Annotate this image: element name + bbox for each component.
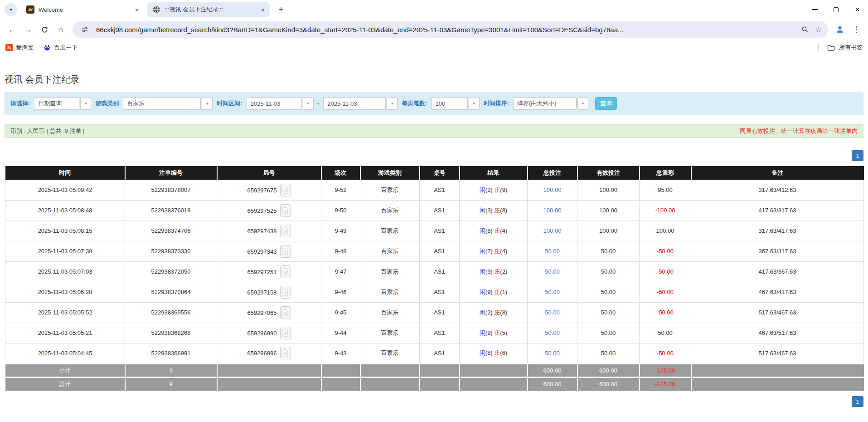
video-replay-button[interactable] <box>280 184 291 196</box>
cell-time: 2025-11-03 05:06:28 <box>5 282 125 302</box>
forward-icon: → <box>24 25 32 34</box>
video-replay-button[interactable] <box>280 265 291 278</box>
cell-result: 闲(9) 庄(2) <box>460 261 528 282</box>
footer-valid-bet: 600.00 <box>577 377 640 391</box>
query-type-select[interactable]: 日期查询 ▼ <box>34 97 91 110</box>
table-footer-row: 小计9600.00600.00-105.00 <box>5 363 864 377</box>
combo-arrow-button[interactable]: ▼ <box>577 97 588 110</box>
cell-payout: -100.00 <box>640 200 691 221</box>
window-maximize-button[interactable] <box>825 0 847 19</box>
bookmark-baidu[interactable]: 百度一下 <box>44 44 78 52</box>
video-replay-button[interactable] <box>280 286 291 299</box>
cell-table-no: AS1 <box>420 221 460 241</box>
tab-close-button[interactable]: × <box>132 5 141 14</box>
site-info-button[interactable] <box>78 23 92 36</box>
combo-arrow-button[interactable]: ▼ <box>202 97 213 110</box>
round-id-text: 659297065 <box>247 309 276 316</box>
sort-select[interactable]: 降幂(由大到小) ▼ <box>513 97 588 110</box>
window-minimize-button[interactable] <box>804 0 825 19</box>
page-button[interactable]: 1 <box>852 396 863 407</box>
footer-label: 小计 <box>5 363 125 377</box>
new-tab-button[interactable]: + <box>275 3 287 16</box>
total-bet-link[interactable]: 50.00 <box>545 289 560 295</box>
taobao-icon: 淘 <box>5 44 13 51</box>
cell-result: 闲(8) 庄(4) <box>460 221 528 241</box>
cell-round-id: 659296990 <box>217 323 321 343</box>
cell-table-no: AS1 <box>420 241 460 261</box>
tab-search-button[interactable]: ▾ <box>5 3 17 16</box>
cell-time: 2025-11-03 05:07:38 <box>5 241 125 261</box>
cell-bet-id: 522938369556 <box>125 302 217 323</box>
result-player-label: 闲 <box>480 207 485 214</box>
query-type-value[interactable]: 日期查询 <box>34 97 79 110</box>
cell-session: 9-46 <box>321 282 360 302</box>
combo-arrow-button[interactable]: ▼ <box>303 97 314 110</box>
video-replay-button[interactable] <box>280 347 291 359</box>
combo-arrow-button[interactable]: ▼ <box>469 97 480 110</box>
result-banker-value: (4) <box>500 248 507 255</box>
video-file-icon <box>282 227 288 235</box>
game-type-value[interactable]: 百家乐 <box>123 97 201 110</box>
search-button[interactable]: 查询 <box>595 97 617 110</box>
total-bet-link[interactable]: 50.00 <box>545 350 560 357</box>
game-type-select[interactable]: 百家乐 ▼ <box>123 97 213 110</box>
cell-round-id: 659297438 <box>217 221 321 241</box>
address-bar[interactable]: 66cxkj98.com/game/betrecord_search/kind3… <box>73 21 828 38</box>
cell-time: 2025-11-03 05:05:52 <box>5 302 125 323</box>
home-button[interactable]: ⌂ <box>53 21 69 38</box>
page-button[interactable]: 1 <box>852 150 863 161</box>
zoom-button[interactable] <box>798 23 812 36</box>
video-replay-button[interactable] <box>280 245 291 258</box>
date-start-value[interactable]: 2025-11-03 <box>247 97 302 110</box>
kebab-menu-icon <box>856 26 857 33</box>
cell-payout: -50.00 <box>640 343 691 363</box>
total-bet-link[interactable]: 50.00 <box>545 309 560 316</box>
reload-button[interactable] <box>36 21 53 38</box>
menu-button[interactable] <box>848 21 864 38</box>
all-bookmarks-button[interactable]: 所有书签 <box>818 44 863 52</box>
date-end-value[interactable]: 2025-11-03 <box>323 97 386 110</box>
profile-button[interactable] <box>832 21 848 38</box>
video-replay-button[interactable] <box>280 306 291 319</box>
result-banker-value: (1) <box>500 289 507 295</box>
video-file-icon <box>282 268 288 275</box>
close-icon: × <box>261 6 265 14</box>
total-bet-link[interactable]: 50.00 <box>545 329 560 336</box>
tab-close-button[interactable]: × <box>258 5 267 14</box>
date-start-input[interactable]: 2025-11-03 ▼ <box>247 97 314 110</box>
video-replay-button[interactable] <box>280 204 291 217</box>
page-size-input[interactable]: 100 ▼ <box>432 97 480 110</box>
sort-value[interactable]: 降幂(由大到小) <box>513 97 577 110</box>
total-bet-link[interactable]: 100.00 <box>543 207 562 214</box>
tab-welcome[interactable]: Welcome × <box>21 2 144 17</box>
cell-table-no: AS1 <box>420 302 460 323</box>
total-bet-link[interactable]: 100.00 <box>543 186 562 193</box>
result-player-label: 闲 <box>480 289 485 295</box>
tab-bet-records[interactable]: :::视讯 会员下注纪录::: × <box>147 2 270 17</box>
back-button[interactable]: ← <box>4 21 20 38</box>
column-header: 时间 <box>5 166 125 180</box>
cell-payout: -50.00 <box>640 282 691 302</box>
combo-arrow-button[interactable]: ▼ <box>387 97 398 110</box>
url-text[interactable]: 66cxkj98.com/game/betrecord_search/kind3… <box>96 26 798 34</box>
tab-title: :::视讯 会员下注纪录::: <box>165 5 258 14</box>
column-header: 有效投注 <box>577 166 640 180</box>
cell-game-type: 百家乐 <box>360 282 420 302</box>
cell-valid-bet: 100.00 <box>577 180 640 200</box>
window-close-button[interactable]: × <box>847 0 868 19</box>
video-replay-button[interactable] <box>280 327 291 339</box>
bookmark-star-button[interactable]: ☆ <box>812 23 825 36</box>
page-size-value[interactable]: 100 <box>432 97 468 110</box>
total-bet-link[interactable]: 50.00 <box>545 248 560 255</box>
date-end-input[interactable]: 2025-11-03 ▼ <box>323 97 398 110</box>
total-bet-link[interactable]: 100.00 <box>543 227 562 234</box>
cell-result: 闲(3) 庄(8) <box>460 200 528 221</box>
video-replay-button[interactable] <box>280 225 291 237</box>
combo-arrow-button[interactable]: ▼ <box>80 97 91 110</box>
cell-payout: 100.00 <box>640 221 691 241</box>
total-bet-link[interactable]: 50.00 <box>545 268 560 275</box>
bookmark-taobao[interactable]: 淘 爱淘宝 <box>5 44 34 52</box>
forward-button[interactable]: → <box>20 21 36 38</box>
cell-note: 467.63/417.63 <box>691 282 864 302</box>
result-player-label: 闲 <box>480 268 485 275</box>
